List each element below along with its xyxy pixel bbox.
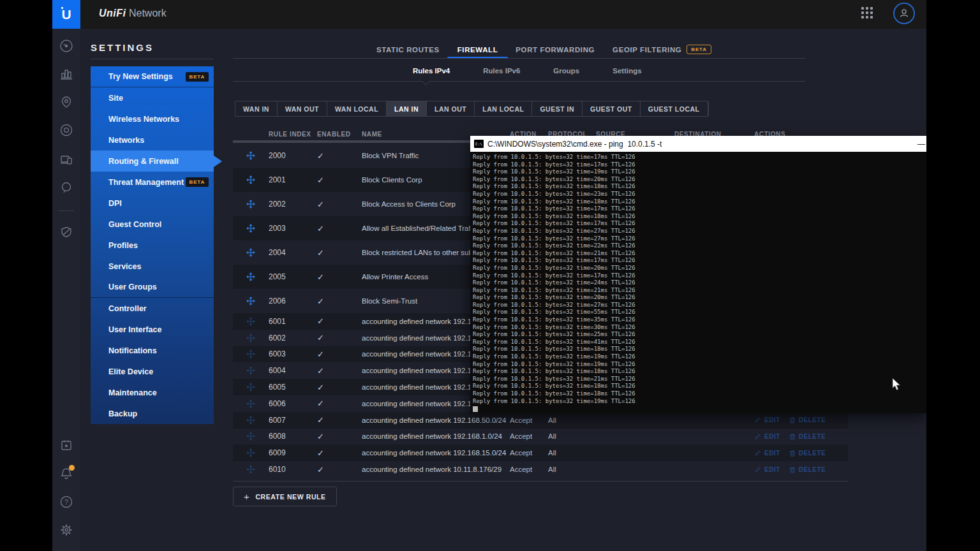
enabled-check-icon[interactable]: ✓ bbox=[317, 248, 362, 258]
drag-handle-icon[interactable] bbox=[233, 334, 269, 342]
drag-handle-icon[interactable] bbox=[233, 200, 269, 209]
apps-grid-icon[interactable] bbox=[861, 7, 875, 21]
enabled-check-icon[interactable]: ✓ bbox=[317, 316, 362, 326]
user-avatar[interactable] bbox=[893, 3, 915, 24]
drag-handle-icon[interactable] bbox=[233, 349, 269, 358]
statistics-icon[interactable] bbox=[59, 67, 73, 81]
enabled-check-icon[interactable]: ✓ bbox=[317, 175, 362, 185]
column-header[interactable]: ENABLED bbox=[317, 129, 362, 140]
drag-handle-icon[interactable] bbox=[233, 448, 269, 457]
enabled-check-icon[interactable]: ✓ bbox=[317, 448, 362, 458]
menu-item[interactable]: Wireless Networks bbox=[91, 108, 214, 129]
delete-button[interactable]: DELETE bbox=[789, 450, 826, 457]
section-tab[interactable]: GEOIP FILTERING BETA bbox=[611, 41, 713, 58]
ruleset-tab[interactable]: LAN LOCAL bbox=[475, 101, 532, 116]
sub-tab[interactable]: Groups bbox=[552, 64, 581, 77]
drag-handle-icon[interactable] bbox=[233, 224, 269, 233]
help-icon[interactable]: ? bbox=[59, 495, 73, 509]
enabled-check-icon[interactable]: ✓ bbox=[317, 333, 362, 342]
drag-handle-icon[interactable] bbox=[233, 383, 269, 392]
column-header[interactable]: RULE INDEX bbox=[269, 129, 317, 140]
menu-item[interactable]: Notifications bbox=[91, 340, 214, 361]
drag-handle-icon[interactable] bbox=[233, 317, 269, 326]
delete-button[interactable]: DELETE bbox=[789, 433, 826, 440]
sub-tab[interactable]: Rules IPv6 bbox=[482, 64, 521, 77]
menu-item[interactable]: Profiles bbox=[91, 235, 214, 256]
edit-button[interactable]: EDIT bbox=[754, 416, 780, 423]
alerts-bell-icon[interactable] bbox=[59, 466, 73, 480]
enabled-check-icon[interactable]: ✓ bbox=[317, 224, 362, 233]
cmd-window[interactable]: C:\ C:\WINDOWS\system32\cmd.exe - ping 1… bbox=[470, 136, 926, 413]
edit-button[interactable]: EDIT bbox=[754, 450, 780, 457]
drag-handle-icon[interactable] bbox=[233, 248, 269, 257]
ruleset-tab[interactable]: WAN OUT bbox=[278, 101, 327, 116]
ruleset-tab[interactable]: GUEST OUT bbox=[583, 101, 641, 116]
events-calendar-icon[interactable] bbox=[59, 438, 73, 452]
enabled-check-icon[interactable]: ✓ bbox=[317, 151, 362, 161]
drag-handle-icon[interactable] bbox=[233, 432, 269, 441]
ruleset-tab[interactable]: GUEST LOCAL bbox=[641, 101, 708, 116]
section-tab[interactable]: PORT FORWARDING bbox=[514, 41, 596, 58]
enabled-check-icon[interactable]: ✓ bbox=[317, 297, 362, 306]
settings-gear-icon[interactable] bbox=[59, 523, 73, 537]
ping-reply-line: Reply from 10.0.1.5: bytes=32 time=55ms … bbox=[473, 309, 926, 316]
drag-handle-icon[interactable] bbox=[233, 297, 269, 305]
page-title: SETTINGS bbox=[91, 42, 154, 53]
menu-item[interactable]: Guest Control bbox=[91, 214, 214, 235]
enabled-check-icon[interactable]: ✓ bbox=[317, 432, 362, 441]
menu-item[interactable]: DPI bbox=[91, 193, 214, 214]
edit-button[interactable]: EDIT bbox=[754, 433, 780, 440]
menu-item[interactable]: User Groups bbox=[91, 277, 214, 298]
threat-shield-icon[interactable] bbox=[59, 225, 73, 239]
enabled-check-icon[interactable]: ✓ bbox=[317, 366, 362, 376]
dashboard-icon[interactable] bbox=[59, 39, 73, 53]
sub-tab[interactable]: Rules IPv4 bbox=[412, 64, 451, 77]
minimize-button[interactable]: — bbox=[910, 136, 926, 152]
drag-handle-icon[interactable] bbox=[233, 272, 269, 281]
section-tab[interactable]: FIREWALL bbox=[456, 41, 500, 58]
drag-handle-icon[interactable] bbox=[233, 465, 269, 474]
menu-item[interactable]: Maintenance bbox=[91, 382, 214, 403]
create-new-rule-button[interactable]: + CREATE NEW RULE bbox=[233, 487, 337, 506]
delete-button[interactable]: DELETE bbox=[789, 466, 826, 473]
sub-tab[interactable]: Settings bbox=[611, 64, 642, 77]
ruleset-tab[interactable]: LAN OUT bbox=[427, 101, 475, 116]
insights-icon[interactable] bbox=[59, 180, 73, 195]
delete-button[interactable]: DELETE bbox=[789, 416, 826, 423]
menu-item[interactable]: Site bbox=[91, 87, 214, 108]
ruleset-tab[interactable]: WAN LOCAL bbox=[327, 101, 387, 116]
menu-item[interactable]: Networks bbox=[91, 129, 214, 151]
section-tab[interactable]: STATIC ROUTES bbox=[375, 41, 441, 58]
enabled-check-icon[interactable]: ✓ bbox=[317, 349, 362, 359]
menu-item[interactable]: Services bbox=[91, 256, 214, 277]
menu-item[interactable]: Threat Management BETA bbox=[91, 172, 214, 193]
ubiquiti-logo[interactable]: U bbox=[52, 0, 80, 29]
menu-item[interactable]: Controller bbox=[91, 298, 214, 319]
drag-handle-icon[interactable] bbox=[233, 399, 269, 408]
enabled-check-icon[interactable]: ✓ bbox=[317, 383, 362, 392]
menu-item[interactable]: Routing & Firewall bbox=[91, 151, 214, 172]
edit-button[interactable]: EDIT bbox=[754, 466, 780, 473]
cmd-title-bar[interactable]: C:\ C:\WINDOWS\system32\cmd.exe - ping 1… bbox=[470, 136, 926, 152]
drag-handle-icon[interactable] bbox=[233, 151, 269, 160]
menu-item[interactable]: Elite Device bbox=[91, 361, 214, 382]
map-icon[interactable] bbox=[59, 95, 73, 109]
drag-handle-icon[interactable] bbox=[233, 416, 269, 425]
menu-item[interactable]: Backup bbox=[91, 403, 214, 424]
menu-item-label: Wireless Networks bbox=[108, 115, 179, 124]
enabled-check-icon[interactable]: ✓ bbox=[317, 272, 362, 282]
drag-handle-icon[interactable] bbox=[233, 366, 269, 375]
clients-icon[interactable] bbox=[59, 152, 73, 166]
ping-reply-line: Reply from 10.0.1.5: bytes=32 time=24ms … bbox=[473, 279, 926, 287]
ruleset-tab[interactable]: GUEST IN bbox=[532, 101, 583, 116]
enabled-check-icon[interactable]: ✓ bbox=[317, 200, 362, 209]
menu-item[interactable]: User Interface bbox=[91, 319, 214, 340]
enabled-check-icon[interactable]: ✓ bbox=[317, 465, 362, 474]
enabled-check-icon[interactable]: ✓ bbox=[317, 415, 362, 425]
enabled-check-icon[interactable]: ✓ bbox=[317, 399, 362, 408]
menu-item[interactable]: Try New Settings BETA bbox=[91, 66, 214, 87]
ruleset-tab[interactable]: WAN IN bbox=[235, 101, 278, 116]
drag-handle-icon[interactable] bbox=[233, 175, 269, 184]
ruleset-tab[interactable]: LAN IN bbox=[387, 101, 427, 116]
devices-icon[interactable] bbox=[59, 123, 73, 137]
